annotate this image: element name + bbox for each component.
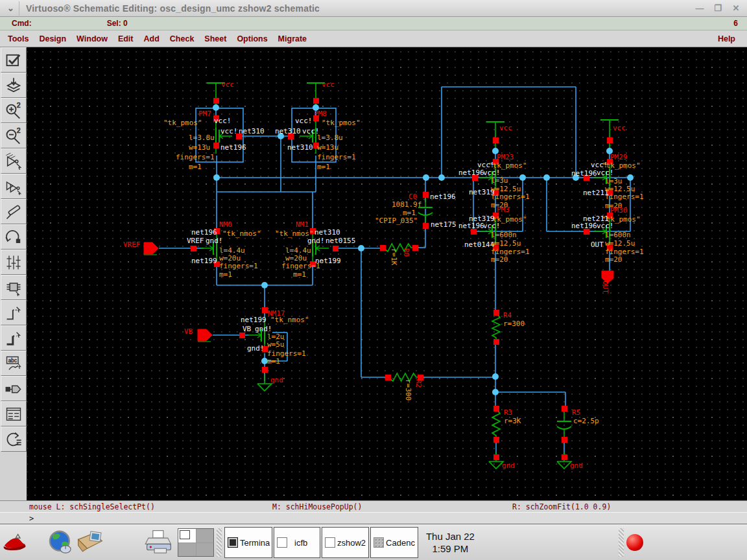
junction-dot [627,174,634,181]
schematic-label: R5 [572,408,580,417]
junction-dot [492,373,499,380]
schematic-label: vcc [499,124,512,132]
workspace-1[interactable] [178,529,196,542]
pin-square [412,245,418,251]
junction-dot [358,245,364,251]
workspace-2[interactable] [196,529,214,542]
save-icon[interactable] [1,73,27,98]
wire-name-icon[interactable]: abc [1,351,27,376]
schematic-label: PM29 [610,153,628,161]
menu-migrate[interactable]: Migrate [273,34,312,43]
taskbar-gripper[interactable] [619,528,624,557]
instance-icon[interactable] [1,275,27,300]
taskbar-clock[interactable]: Thu Jan 22 1:59 PM [426,530,475,555]
minimize-button[interactable]: — [694,3,706,14]
task-label: Cadenc [386,538,415,548]
repeat-icon[interactable] [1,426,27,452]
schematic-label: R2 [414,379,423,388]
command-status-bar: Cmd: Sel: 0 6 [0,17,747,30]
junction-dot [213,104,219,111]
junction-dot [423,174,429,181]
schematic-label: net199 [241,316,267,324]
task-button-terminal[interactable]: Termina [224,527,272,558]
workspace-pager[interactable] [178,528,214,557]
window-menu-chevron-icon[interactable]: ⌄ [3,1,19,16]
cmd-label: Cmd: [12,19,32,28]
menu-edit[interactable]: Edit [113,34,139,43]
pin-square [562,406,567,412]
schematic-label: net0144 [464,240,494,249]
workspace-4[interactable] [196,543,214,557]
schematic-label: net310 [275,127,301,135]
task-button-zshow2[interactable]: zshow2 [322,527,369,558]
printer-icon[interactable] [144,528,174,557]
alert-notification-icon[interactable] [626,534,643,551]
task-button-cadence[interactable]: Cadenc [370,527,418,558]
delete-icon[interactable] [1,199,27,224]
maximize-button[interactable]: ❐ [712,3,724,14]
pin-square [607,137,613,143]
stretch-icon[interactable] [1,148,27,174]
schematic-label: c=2.5p [573,417,599,425]
schematic-label: PM7 [198,110,211,118]
close-button[interactable]: ✕ [730,3,742,14]
web-browser-icon[interactable] [45,528,75,557]
properties-icon[interactable] [1,250,27,275]
terminal-icon [228,537,238,548]
schematic-label: m=20 [605,255,622,264]
menu-window[interactable]: Window [71,34,113,43]
schematic-label: "tk_pmos" [322,119,361,127]
taskbar-gripper[interactable] [217,528,222,557]
title-bar: ⌄ Virtuoso® Schematic Editing: osc_desig… [0,0,747,17]
junction-dot [543,174,550,181]
cmd-options-icon[interactable] [1,401,27,426]
schematic-label: net310 [239,127,265,135]
workspace-3[interactable] [178,543,196,557]
pin-square [493,406,499,412]
schematic-label: net0155 [326,237,355,245]
schematic-label: gnd [570,461,583,470]
pin-square [423,223,429,229]
mouse-bindings-bar: mouse L: schSingleSelectPt() M: schHiMou… [0,500,747,512]
schematic-label: gnd! [307,237,325,245]
svg-text:abc: abc [8,357,17,363]
mouse-right-binding: R: schZoomFit(1.0 0.9) [512,502,611,511]
clock-date: Thu Jan 22 [426,530,475,542]
schematic-label: r=1K [390,248,398,266]
zoom-out-2x-icon[interactable]: 2 [1,123,27,148]
copy-icon[interactable] [1,174,27,199]
email-icon[interactable] [75,528,105,557]
menu-add[interactable]: Add [139,34,165,43]
task-button-icfb[interactable]: icfb [274,527,320,558]
schematic-label: net196 [191,228,217,237]
redhat-menu-icon[interactable] [0,528,30,557]
schematic-label: gnd [270,376,283,384]
pin-icon[interactable] [1,376,27,401]
schematic-pin [144,242,158,254]
schematic-canvas[interactable]: vccvccvccvccPM7"tk_pmos"vcc!PM8"tk_pmos"… [27,47,747,500]
schematic-label: w=13u [189,143,210,152]
zoom-in-2x-icon[interactable]: 2 [1,98,27,123]
schematic-label: NM1 [296,220,309,229]
junction-dot [492,389,499,395]
menu-help[interactable]: Help [713,34,741,43]
undo-icon[interactable] [1,224,27,250]
wide-wire-icon[interactable] [1,325,27,351]
narrow-wire-icon[interactable] [1,300,27,325]
schematic-label: w=12.5u [491,239,521,248]
menu-options[interactable]: Options [231,34,272,43]
svg-text:2: 2 [17,127,21,134]
gnd-symbol [489,461,503,469]
menu-sheet[interactable]: Sheet [199,34,231,43]
window-number: 6 [733,19,738,28]
menu-check[interactable]: Check [165,34,200,43]
menu-design[interactable]: Design [34,34,71,43]
schematic-label: vcc! [214,117,231,125]
check-save-icon[interactable] [1,47,27,73]
cli-prompt[interactable]: > [0,512,747,524]
menu-tools[interactable]: Tools [3,34,34,43]
schematic-label: VREF [187,237,204,245]
schematic-label: vcc [221,80,234,89]
schematic-drawing [27,47,747,500]
schematic-label: fingers=1 [281,262,320,270]
